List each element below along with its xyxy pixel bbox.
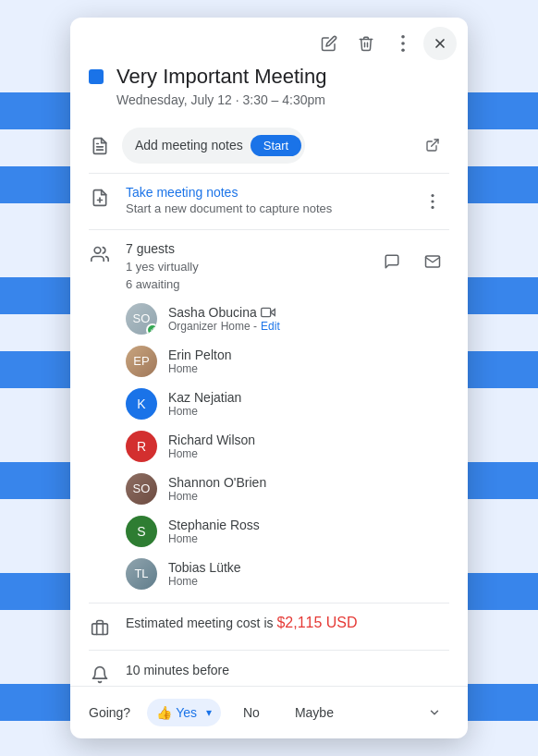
guest-name: Kaz Nejatian	[168, 390, 241, 405]
guest-location: Home	[168, 490, 266, 503]
email-guests-button[interactable]	[416, 245, 449, 278]
avatar: S	[126, 516, 157, 547]
guest-location: Home	[168, 575, 241, 588]
guest-item: SO Sasha Obucina Organizer Home -	[126, 298, 449, 340]
event-color-dot	[89, 69, 104, 84]
guest-location: Home	[168, 532, 260, 545]
guest-location: Home	[168, 405, 241, 418]
yes-dropdown-icon[interactable]: ▾	[201, 704, 217, 721]
svg-line-7	[432, 140, 438, 146]
guest-item: SO Shannon O'Brien Home	[126, 468, 449, 510]
avatar: EP	[126, 346, 157, 377]
svg-point-13	[94, 247, 101, 253]
thumb-icon: 👍	[156, 705, 172, 720]
guest-role: Organizer	[168, 320, 217, 333]
event-time: Wednesday, July 12 · 3:30 – 4:30pm	[116, 92, 326, 107]
svg-point-1	[401, 42, 405, 45]
svg-rect-15	[261, 308, 270, 316]
rsvp-yes-button[interactable]: 👍 Yes ▾	[147, 699, 221, 726]
add-meeting-notes-button[interactable]: Add meeting notes Start	[122, 128, 305, 164]
guest-item: EP Erin Pelton Home	[126, 340, 449, 383]
guests-sub: 1 yes virtually 6 awaiting	[126, 258, 361, 294]
guest-list: SO Sasha Obucina Organizer Home -	[70, 298, 468, 603]
guest-name: Sasha Obucina	[168, 305, 257, 320]
rsvp-no-button[interactable]: No	[230, 700, 273, 726]
guest-item: S Stephanie Ross Home	[126, 510, 449, 553]
start-badge: Start	[251, 135, 301, 156]
guest-location: Home	[168, 447, 255, 460]
guest-name: Tobias Lütke	[168, 560, 241, 575]
avatar-checkmark	[146, 323, 157, 335]
rsvp-footer: Going? 👍 Yes ▾ No Maybe	[70, 686, 468, 738]
svg-point-10	[431, 194, 434, 197]
guest-name: Shannon O'Brien	[168, 475, 266, 490]
guests-row: 7 guests 1 yes virtually 6 awaiting	[70, 230, 468, 298]
reminder-text: 10 minutes before	[126, 663, 229, 677]
chat-guests-button[interactable]	[375, 245, 409, 278]
rsvp-maybe-button[interactable]: Maybe	[282, 700, 347, 726]
svg-point-0	[401, 35, 405, 39]
going-label: Going?	[89, 705, 130, 720]
guests-count: 7 guests	[126, 241, 361, 256]
svg-point-2	[401, 48, 405, 52]
svg-rect-16	[92, 623, 108, 634]
take-notes-more-button[interactable]	[416, 185, 449, 218]
add-notes-row: Add meeting notes Start	[70, 118, 468, 173]
event-modal: Very Important Meeting Wednesday, July 1…	[70, 18, 468, 738]
event-header: Very Important Meeting Wednesday, July 1…	[70, 64, 468, 118]
event-title: Very Important Meeting	[116, 64, 326, 91]
rsvp-more-button[interactable]	[420, 698, 449, 727]
guest-edit-link[interactable]: Edit	[261, 320, 280, 333]
yes-label: Yes	[176, 705, 197, 720]
close-button[interactable]	[423, 27, 457, 60]
take-notes-row: Take meeting notes Start a new document …	[70, 174, 468, 229]
video-icon	[261, 305, 275, 320]
edit-button[interactable]	[312, 27, 346, 60]
guest-item: TL Tobias Lütke Home	[126, 553, 449, 595]
guest-actions	[375, 245, 449, 278]
avatar: TL	[126, 558, 157, 590]
guest-name: Stephanie Ross	[168, 518, 260, 532]
guest-location: Home	[168, 362, 231, 375]
add-notes-label: Add meeting notes	[135, 138, 243, 152]
modal-content: Add meeting notes Start	[70, 118, 468, 686]
svg-point-11	[431, 200, 434, 202]
guest-item: R Richard Wilson Home	[126, 425, 449, 468]
notes-icon	[89, 135, 111, 157]
reminder-row: 10 minutes before	[70, 651, 468, 686]
cost-text: Estimated meeting cost is	[126, 616, 276, 630]
avatar: SO	[126, 303, 157, 335]
guests-icon	[89, 243, 111, 265]
guest-item: K Kaz Nejatian Home	[126, 383, 449, 425]
avatar: K	[126, 388, 157, 420]
more-options-button[interactable]	[386, 27, 420, 60]
modal-toolbar	[70, 18, 468, 64]
svg-marker-14	[270, 309, 275, 315]
delete-button[interactable]	[349, 27, 383, 60]
cost-row: Estimated meeting cost is $2,115 USD	[70, 604, 468, 650]
cost-amount: $2,115 USD	[276, 615, 357, 630]
open-external-button[interactable]	[416, 128, 449, 162]
svg-point-12	[431, 205, 434, 208]
guest-name: Richard Wilson	[168, 433, 255, 447]
take-notes-icon	[89, 187, 111, 209]
reminder-icon	[89, 664, 111, 686]
cost-icon	[89, 616, 111, 639]
take-notes-title[interactable]: Take meeting notes	[126, 185, 401, 200]
take-notes-subtitle: Start a new document to capture notes	[126, 201, 401, 215]
avatar: R	[126, 431, 157, 462]
guest-name: Erin Pelton	[168, 348, 231, 362]
avatar: SO	[126, 473, 157, 505]
